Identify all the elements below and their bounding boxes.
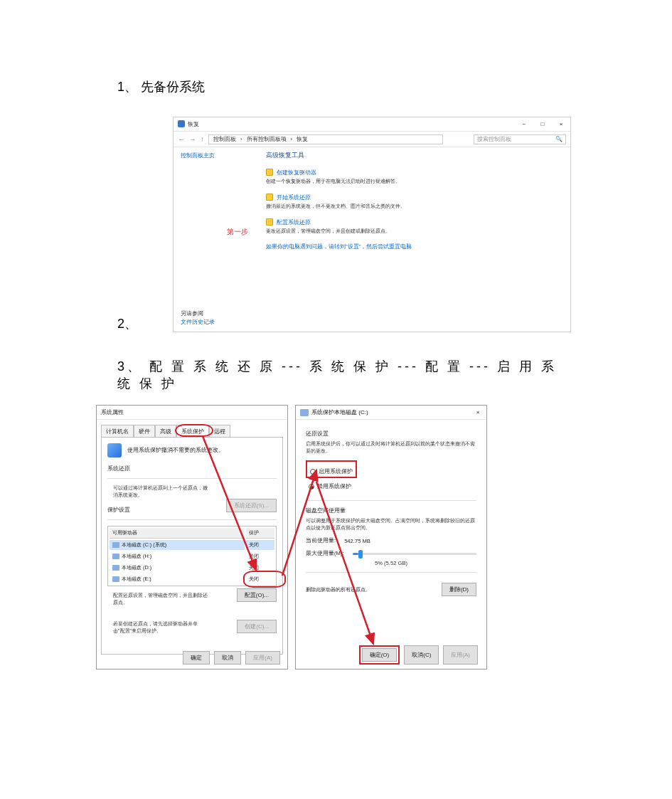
nav-back-button[interactable]: ← xyxy=(178,135,185,143)
create-restore-point-button[interactable]: 创建(C)... xyxy=(237,620,277,633)
configure-button[interactable]: 配置(O)... xyxy=(237,588,277,602)
system-protection-icon xyxy=(107,443,122,457)
system-restore-button[interactable]: 系统还原(S)... xyxy=(226,499,277,512)
dialog-title-text: 系统保护本地磁盘 (C:) xyxy=(311,408,368,416)
also-see: 另请参阅 文件历史记录 xyxy=(181,310,215,326)
radio-dot-icon xyxy=(309,484,314,490)
drives-col-state: 保护 xyxy=(246,528,274,539)
table-row[interactable]: 本地磁盘 (C:) (系统)关闭 xyxy=(110,540,274,550)
tab-strip: 计算机名 硬件 高级 系统保护 远程 xyxy=(101,424,283,437)
create-restore-point-description: 若要创建还原点，请先选择驱动器并单击"配置"来启用保护。 xyxy=(113,620,209,635)
configure-description: 配置还原设置，管理磁盘空间，并且删除还原点。 xyxy=(113,592,209,606)
configure-system-restore-link[interactable]: 配置系统还原 xyxy=(277,219,311,226)
search-placeholder: 搜索控制面板 xyxy=(477,135,511,143)
max-usage-label: 最大使用量(M): xyxy=(306,550,344,557)
intro-text: 使用系统保护撤消不需要的系统更改。 xyxy=(127,447,224,453)
screenshot-recovery-window: 恢复 − □ × ← → ↑ 控制面板› 所有控制面板项› 恢复 搜索控制面板 … xyxy=(173,117,571,332)
breadcrumb-part[interactable]: 控制面板 xyxy=(213,136,236,143)
tab-hardware[interactable]: 硬件 xyxy=(134,425,155,438)
disk-usage-description: 可以调整用于系统保护的最大磁盘空间。占满空间时，系统将删除较旧的还原点以便为新还… xyxy=(306,517,476,531)
dialog-title: 系统属性 xyxy=(97,406,287,420)
drive-icon xyxy=(112,576,119,582)
recovery-heading: 高级恢复工具 xyxy=(266,152,550,160)
window-close-button[interactable]: × xyxy=(552,117,570,131)
nav-up-button[interactable]: ↑ xyxy=(201,135,204,143)
dialog-title-text: 系统属性 xyxy=(101,408,124,416)
nav-forward-button[interactable]: → xyxy=(189,135,196,143)
max-usage-percent: 5% (5.52 GB) xyxy=(306,560,476,566)
apply-button[interactable]: 应用(A) xyxy=(245,651,280,665)
system-restore-description: 可以通过将计算机还原到上一个还原点，撤消系统更改。 xyxy=(113,485,209,499)
radio-dot-icon xyxy=(310,469,316,475)
delete-button[interactable]: 删除(D) xyxy=(442,583,476,596)
shield-icon xyxy=(266,194,273,201)
tab-remote[interactable]: 远程 xyxy=(209,425,230,438)
tab-panel: 使用系统保护撤消不需要的系统更改。 系统还原 可以通过将计算机还原到上一个还原点… xyxy=(101,437,283,655)
enable-protection-radio[interactable]: 启用系统保护 xyxy=(310,467,353,475)
drive-icon xyxy=(112,542,119,548)
window-titlebar: 恢复 − □ × xyxy=(174,117,570,132)
max-usage-slider[interactable] xyxy=(353,550,477,557)
recovery-item: 配置系统还原 更改还原设置，管理磁盘空间，并且创建或删除还原点。 xyxy=(266,218,550,235)
drive-icon xyxy=(300,409,309,416)
tab-advanced[interactable]: 高级 xyxy=(155,425,176,438)
dialog-title: 系统保护本地磁盘 (C:) xyxy=(296,406,486,420)
radio-label: 启用系统保护 xyxy=(319,467,353,475)
system-properties-dialog: 系统属性 计算机名 硬件 高级 系统保护 远程 使用系统保护撤消不需要的系统更改… xyxy=(96,405,288,670)
sidebar-home-link[interactable]: 控制面板主页 xyxy=(181,152,215,159)
also-see-title: 另请参阅 xyxy=(181,310,215,317)
restore-settings-title: 还原设置 xyxy=(306,430,476,438)
ok-button[interactable]: 确定(O) xyxy=(362,648,398,662)
radio-label: 禁用系统保护 xyxy=(317,482,351,490)
breadcrumb[interactable]: 控制面板› 所有控制面板项› 恢复 xyxy=(208,134,443,144)
ok-button[interactable]: 确定 xyxy=(183,651,210,665)
reset-pc-link[interactable]: 如果你的电脑遇到问题，请转到"设置"，然后尝试重置电脑 xyxy=(266,243,550,250)
dialog-pair: 系统属性 计算机名 硬件 高级 系统保护 远程 使用系统保护撤消不需要的系统更改… xyxy=(96,405,572,670)
recovery-item: 创建恢复驱动器 创建一个恢复驱动器，用于在电脑无法启动时进行疑难解答。 xyxy=(266,169,550,185)
app-icon xyxy=(178,120,185,127)
item-description: 更改还原设置，管理磁盘空间，并且创建或删除还原点。 xyxy=(266,228,550,235)
table-row[interactable]: 本地磁盘 (E:)关闭 xyxy=(110,574,274,584)
item-description: 撤消最近的系统更改，但不更改文档、图片和音乐之类的文件。 xyxy=(266,203,550,210)
drive-icon xyxy=(112,554,119,559)
tab-system-protection[interactable]: 系统保护 xyxy=(176,425,209,438)
annotation-box-ok-button: 确定(O) xyxy=(359,645,400,665)
delete-description: 删除此驱动器的所有还原点。 xyxy=(306,586,370,593)
current-usage-label: 当前使用量: xyxy=(306,537,336,544)
item-description: 创建一个恢复驱动器，用于在电脑无法启动时进行疑难解答。 xyxy=(266,178,550,185)
step-1-heading: 1、 先备份系统 xyxy=(117,78,572,95)
table-row[interactable]: 本地磁盘 (D:)关闭 xyxy=(110,563,274,573)
restore-settings-description: 启用系统保护后，你可以通过及时将计算机还原到以前的某个状态来撤消不需要的更改。 xyxy=(306,440,476,455)
step-3-heading: 3、 配 置 系 统 还 原 --- 系 统 保 护 --- 配 置 --- 启… xyxy=(117,358,572,392)
window-minimize-button[interactable]: − xyxy=(515,117,533,131)
tab-computer-name[interactable]: 计算机名 xyxy=(101,425,134,438)
annotation-step1-label: 第一步 xyxy=(227,227,248,237)
window-title: 恢复 xyxy=(188,120,199,128)
annotation-box-enable-radio: 启用系统保护 xyxy=(306,460,357,478)
cancel-button[interactable]: 取消(C) xyxy=(404,645,439,665)
drives-col-name: 可用驱动器 xyxy=(110,528,245,539)
create-recovery-drive-link[interactable]: 创建恢复驱动器 xyxy=(277,169,316,176)
breadcrumb-part[interactable]: 恢复 xyxy=(297,136,308,143)
drive-icon xyxy=(112,565,119,571)
breadcrumb-part[interactable]: 所有控制面板项 xyxy=(247,136,287,143)
cancel-button[interactable]: 取消 xyxy=(214,651,241,665)
apply-button[interactable]: 应用(A) xyxy=(443,645,478,665)
drives-table: 可用驱动器 保护 本地磁盘 (C:) (系统)关闭 本地磁盘 (H:)关闭 本地… xyxy=(107,526,277,586)
table-row[interactable]: 本地磁盘 (H:)关闭 xyxy=(110,551,274,561)
step-2-number: 2、 xyxy=(117,315,137,332)
search-icon: 🔍 xyxy=(555,136,562,142)
file-history-link[interactable]: 文件历史记录 xyxy=(181,319,215,326)
system-protection-drive-dialog: 系统保护本地磁盘 (C:) × 还原设置 启用系统保护后，你可以通过及时将计算机… xyxy=(295,405,487,670)
search-input[interactable]: 搜索控制面板 🔍 xyxy=(474,134,566,144)
disable-protection-radio[interactable]: 禁用系统保护 xyxy=(309,482,476,490)
system-restore-section-title: 系统还原 xyxy=(107,465,277,472)
shield-icon xyxy=(266,218,273,226)
recovery-item: 开始系统还原 撤消最近的系统更改，但不更改文档、图片和音乐之类的文件。 xyxy=(266,194,550,210)
dialog-close-button[interactable]: × xyxy=(469,406,486,419)
window-maximize-button[interactable]: □ xyxy=(533,117,552,131)
disk-usage-title: 磁盘空间使用量 xyxy=(306,507,476,514)
start-system-restore-link[interactable]: 开始系统还原 xyxy=(277,194,311,201)
current-usage-value: 542.75 MB xyxy=(344,538,370,544)
shield-icon xyxy=(266,169,273,176)
